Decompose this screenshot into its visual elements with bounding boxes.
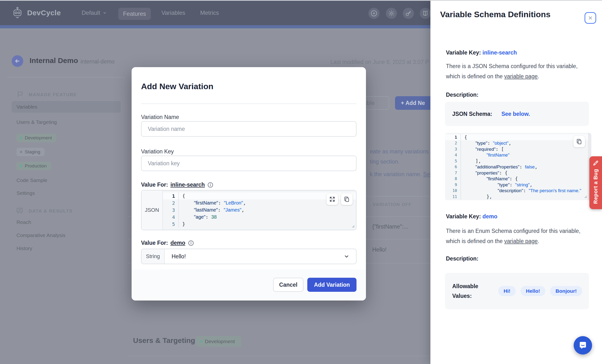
nav-tab-variables[interactable]: Variables	[161, 10, 185, 16]
project-selector[interactable]: Default	[82, 10, 107, 16]
nav-tab-features[interactable]: Features	[118, 8, 151, 20]
variation-name-label: Variation Name	[141, 114, 179, 120]
expand-button[interactable]	[326, 193, 338, 205]
report-a-bug-tab[interactable]: Report a Bug	[589, 156, 602, 209]
docs-button[interactable]	[420, 8, 431, 19]
chevron-down-icon	[103, 11, 107, 15]
arrow-left-icon	[14, 58, 21, 64]
pencil-icon	[592, 160, 599, 167]
back-button[interactable]	[12, 55, 23, 67]
code-line: 9 "type": "string",	[445, 182, 591, 188]
last-modified: Last modified on June 6, 2023 at 3:07 P	[330, 59, 429, 65]
allowable-values-label: Allowable Values:	[452, 281, 491, 301]
code-line: 6 "additionalProperties": false,	[445, 164, 591, 170]
sidebar-divider	[7, 77, 125, 77]
section-divider	[129, 356, 430, 356]
variations-blurb-line2: ting section.	[370, 159, 400, 165]
copy-icon	[344, 196, 350, 202]
modal-footer: Cancel Add Variation	[132, 269, 366, 300]
code-line: 4 "firstName"	[445, 152, 591, 158]
env-dot-icon	[20, 151, 22, 153]
json-type-badge: JSON	[141, 191, 163, 230]
sidebar-item-comparative-analysis[interactable]: Comparative Analysis	[16, 232, 65, 238]
variations-blurb-line1: eate as many variations ar	[370, 148, 435, 155]
sidebar-item-settings[interactable]: Settings	[16, 190, 35, 196]
demo-link[interactable]: demo	[170, 240, 185, 246]
code-line: 7 "properties": {	[445, 170, 591, 176]
variation-name-input[interactable]	[141, 121, 356, 137]
see-below-link[interactable]: See below.	[501, 111, 530, 117]
variable-page-link[interactable]: variable page	[504, 238, 538, 244]
chevron-down-icon	[344, 253, 350, 259]
variable-page-link[interactable]: variable page	[504, 73, 538, 79]
allowable-value-pill: Hi!	[498, 286, 516, 296]
sidebar-item-history[interactable]: History	[16, 246, 32, 251]
devcycle-logo-icon	[11, 7, 24, 21]
panel-title: Variable Schema Definitions	[440, 10, 550, 19]
feature-key: internal-demo	[80, 58, 115, 65]
modal-divider	[141, 104, 356, 104]
book-icon	[422, 10, 429, 17]
table-cell-json-value: {"firstName":...	[372, 224, 408, 230]
gear-icon	[388, 10, 395, 17]
api-keys-button[interactable]	[403, 8, 414, 19]
chart-board-icon	[15, 206, 24, 216]
info-icon[interactable]	[207, 182, 214, 188]
sidebar-env-development[interactable]: Development	[16, 134, 56, 142]
sidebar-env-production[interactable]: Production	[16, 162, 51, 170]
code-line: 4 "age": 38	[163, 214, 356, 221]
close-icon	[587, 15, 593, 21]
key-icon	[405, 10, 412, 17]
copy-button[interactable]	[341, 193, 353, 205]
chat-widget-button[interactable]	[574, 336, 592, 354]
variable-schema-panel: Variable Schema Definitions Variable Key…	[430, 0, 602, 364]
brand-name: DevCycle	[27, 9, 61, 17]
inline-search-link[interactable]: inline-search	[170, 182, 205, 188]
json-value-editor[interactable]: JSON 1{2 "firstName": "LeBron",3 "lastNa…	[141, 190, 356, 230]
cancel-button[interactable]: Cancel	[273, 278, 303, 292]
chat-bubble-icon	[578, 341, 588, 350]
feature-title: Internal Demo	[30, 56, 78, 65]
info-icon[interactable]	[188, 240, 194, 246]
code-line: 3 "required": [	[445, 146, 591, 152]
variation-key-input[interactable]	[141, 156, 356, 171]
allowable-value-pill: Bonjour!	[550, 286, 582, 296]
value-for-demo-label: Value For: demo	[141, 240, 194, 246]
demo-link[interactable]: demo	[483, 213, 497, 220]
allowable-values-list: Hi! Hello! Bonjour!	[498, 286, 582, 296]
table-cell-string-value: Hello!	[372, 246, 387, 253]
column-header-variation-off: VARIATION OFF	[373, 202, 412, 207]
json-schema-paragraph: There is a JSON Schema configured for th…	[446, 61, 582, 81]
plus-circle-icon	[370, 10, 377, 17]
sidebar-item-reach[interactable]: Reach	[16, 219, 31, 225]
close-button[interactable]	[585, 12, 596, 24]
string-value-select[interactable]: String Hello!	[141, 249, 356, 264]
schema-code-block[interactable]: 1{2 "type": "object",3 "required": [4 "f…	[445, 133, 591, 200]
expand-icon	[329, 196, 335, 202]
sidebar-env-staging[interactable]: Staging	[16, 148, 45, 156]
sidebar-section-data-results: DATA & RESULTS	[29, 208, 73, 214]
users-targeting-env-badge: Development	[196, 336, 241, 347]
add-variation-button[interactable]: Add Variation	[307, 278, 356, 292]
nav-tab-metrics[interactable]: Metrics	[200, 10, 219, 16]
sidebar-item-users-targeting[interactable]: Users & Targeting	[16, 119, 57, 125]
code-line: 8 "firstName": {	[445, 176, 591, 182]
inline-search-link[interactable]: inline-search	[483, 49, 517, 56]
variations-blurb-line3: k the variation name. See C	[370, 171, 439, 178]
report-a-bug-label: Report a Bug	[592, 169, 599, 204]
allowable-values-box: Allowable Values: Hi! Hello! Bonjour!	[445, 273, 589, 309]
variable-key-inline-search: Variable Key: inline-search	[446, 49, 517, 56]
create-button[interactable]	[368, 8, 379, 19]
sidebar-item-code-sample[interactable]: Code Sample	[16, 177, 47, 183]
enum-schema-paragraph: There is an Enum Schema configured for t…	[446, 226, 582, 246]
settings-button[interactable]	[386, 8, 397, 19]
flag-icon	[16, 91, 24, 99]
code-line: 1{	[445, 134, 591, 140]
env-dot-icon	[200, 340, 202, 343]
code-line: 11 },	[445, 194, 591, 200]
sidebar-section-manage-feature: MANAGE FEATURE	[29, 92, 77, 97]
copy-button[interactable]	[573, 136, 585, 147]
resize-handle-icon[interactable]	[351, 225, 355, 229]
sidebar-item-variables[interactable]: Variables	[12, 101, 121, 113]
value-for-inline-search-label: Value For: inline-search	[141, 182, 214, 188]
